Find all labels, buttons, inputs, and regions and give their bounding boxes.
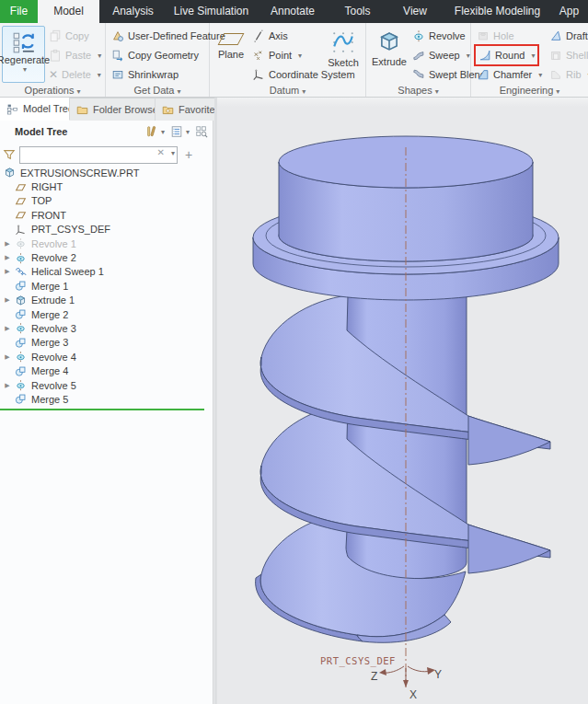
ribbon-group-engineering: Hole Round▾ Chamfer▾ Draft▾ Shell Rib▾ E… [471,23,588,97]
favorites-icon [162,104,174,116]
tree-item-merge-1[interactable]: Merge 1 [0,279,204,293]
tree-item-helical-sweep-1[interactable]: ▶ Helical Sweep 1 [0,265,204,279]
filter-dropdown-icon[interactable]: ▾ [171,149,175,157]
chamfer-button[interactable]: Chamfer▾ [477,66,542,83]
extrusion-screw-model[interactable]: PRT_CSYS_DEF Z Y X [217,98,588,704]
tab-tools[interactable]: Tools [329,0,386,23]
delete-button: ✕ Delete▾ [49,66,101,83]
plane-button[interactable]: Plane [213,28,248,60]
copy-geometry-button[interactable]: Copy Geometry [111,47,199,63]
ribbon-group-operations: Regenerate ▾ Copy Paste▾ ✕ Delete▾ Opera… [0,23,106,97]
panel-tab-model-tree[interactable]: Model Tree [0,98,70,121]
csys-annotation[interactable]: PRT_CSYS_DEF Z Y X [320,655,442,701]
shell-icon [549,49,562,62]
sketch-icon [331,30,355,54]
group-label-get-data[interactable]: Get Data▾ [106,85,209,96]
tree-item-extrude-1[interactable]: ▶ Extrude 1 [0,294,204,307]
tab-file[interactable]: File [0,0,38,23]
tree-filter-wrap: ✕ ▾ [19,145,178,163]
tab-view[interactable]: View [386,0,444,23]
tab-model[interactable]: Model [38,0,99,23]
tree-item-merge-4[interactable]: Merge 4 [0,364,204,377]
expand-arrow-icon[interactable]: ▶ [0,382,15,389]
datum-plane-icon [15,181,27,193]
tree-item-part[interactable]: EXTRUSIONSCREW.PRT [0,166,204,179]
expand-arrow-icon[interactable]: ▶ [0,240,15,248]
paste-button: Paste▾ [49,47,101,63]
round-button[interactable]: Round▾ [477,47,536,63]
panel-tab-favorites[interactable]: Favorites [156,98,220,121]
hammer-icon [145,125,158,138]
expand-arrow-icon[interactable]: ▶ [0,296,15,304]
creo-window: { "ribbon": { "tabs": [ {"label": "File"… [0,0,588,704]
axis-icon [252,29,265,42]
tab-applications[interactable]: App [550,0,588,23]
sweep-button[interactable]: Sweep▾ [412,47,470,63]
tree-show-button[interactable] [195,125,208,138]
group-label-engineering[interactable]: Engineering▾ [471,85,588,96]
panel-tabs: Model Tree Folder Browse Favorites [0,98,220,121]
tab-analysis[interactable]: Analysis [99,0,167,23]
group-label-shapes[interactable]: Shapes▾ [366,85,470,96]
regenerate-dropdown-arrow[interactable]: ▾ [23,65,27,74]
ribbon-tab-bar: File Model Analysis Live Simulation Anno… [0,0,588,23]
draft-button[interactable]: Draft▾ [549,28,588,44]
merge-feature-icon [15,393,27,405]
ribbon-group-get-data: User-Defined Feature Copy Geometry Shrin… [106,23,210,97]
panel-tab-folder-browser[interactable]: Folder Browse [70,98,156,121]
expand-arrow-icon[interactable]: ▶ [0,325,15,332]
extrude-button[interactable]: Extrude [369,28,409,67]
flight2-underside [468,525,550,573]
expand-arrow-icon[interactable]: ▶ [0,254,15,261]
shrinkwrap-button[interactable]: Shrinkwrap [111,66,179,83]
tree-item-merge-2[interactable]: Merge 2 [0,307,204,321]
tree-item-revolve-1[interactable]: ▶ Revolve 1 [0,237,204,250]
expand-arrow-icon[interactable]: ▶ [0,268,15,275]
tree-item-merge-5[interactable]: Merge 5 [0,392,204,406]
merge-feature-icon [15,337,27,349]
swept-blend-icon [412,68,425,81]
tree-item-revolve-2[interactable]: ▶ Revolve 2 [0,250,204,264]
tab-annotate[interactable]: Annotate [256,0,329,23]
coordinate-system-button[interactable]: Coordinate System [252,66,355,83]
expand-arrow-icon[interactable]: ▶ [0,353,15,361]
axis-button[interactable]: Axis [252,28,288,44]
revolve-feature-icon [15,351,27,363]
rib-icon [549,68,562,81]
tree-item-front-plane[interactable]: FRONT [0,208,204,222]
clear-filter-icon[interactable]: ✕ [157,147,165,157]
tree-item-revolve-4[interactable]: ▶ Revolve 4 [0,350,204,364]
part-icon [4,167,16,179]
axis-z-label: Z [371,670,377,683]
graphics-viewport[interactable]: PRT_CSYS_DEF Z Y X [214,98,588,704]
regenerate-button[interactable]: Regenerate ▾ [2,26,45,83]
tree-item-merge-3[interactable]: Merge 3 [0,336,204,350]
tab-flexible-modeling[interactable]: Flexible Modeling [444,0,550,23]
sketch-button[interactable]: Sketch [324,28,363,68]
plane-icon [218,33,245,45]
group-label-operations[interactable]: Operations▾ [0,85,105,96]
group-label-datum[interactable]: Datum▾ [210,85,365,96]
tree-filter-input[interactable] [19,146,178,164]
model-tree-header: Model Tree ▾ ▾ [0,121,213,143]
tree-filter-bar: ✕ ▾ + [0,143,213,166]
revolve-button[interactable]: Revolve [412,28,466,44]
tree-item-csys[interactable]: PRT_CSYS_DEF [0,223,204,237]
tab-live-simulation[interactable]: Live Simulation [167,0,256,23]
tree-item-right-plane[interactable]: RIGHT [0,179,204,193]
shrinkwrap-icon [111,68,124,81]
tree-item-top-plane[interactable]: TOP [0,194,204,208]
tree-item-revolve-3[interactable]: ▶ Revolve 3 [0,321,204,335]
shell-button: Shell [549,47,588,63]
tree-display-options-button[interactable]: ▾ [170,125,190,138]
add-filter-button[interactable]: + [185,147,192,162]
point-button[interactable]: Point▾ [252,47,302,63]
user-defined-feature-button[interactable]: User-Defined Feature [111,28,225,44]
merge-feature-icon [15,308,27,320]
model-tree-title: Model Tree [15,126,145,137]
tree-tools-button[interactable]: ▾ [145,125,165,138]
tree-item-revolve-5[interactable]: ▶ Revolve 5 [0,378,204,392]
filter-funnel-icon[interactable] [3,148,16,161]
copy-geometry-icon [111,49,124,62]
insert-here-indicator[interactable] [0,409,204,410]
